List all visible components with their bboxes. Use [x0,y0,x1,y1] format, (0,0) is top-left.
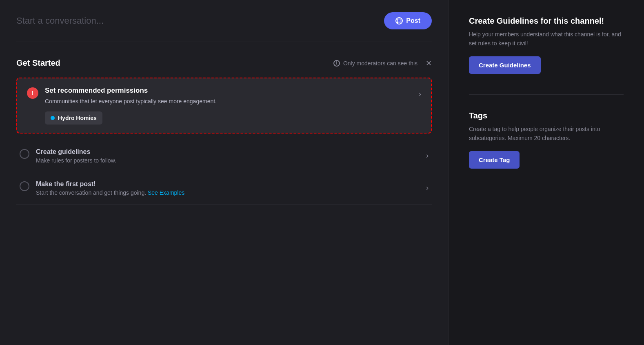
permissions-card-title: Set recommended permissions [45,87,419,95]
guidelines-sidebar-section: Create Guidelines for this channel! Help… [469,16,624,74]
first-post-title: Make the first post! [36,180,184,188]
first-post-chevron-icon: › [426,184,429,192]
channel-dot [51,116,55,120]
guidelines-chevron-icon: › [426,151,429,160]
guidelines-title: Create guidelines [36,148,116,156]
get-started-title: Get Started [16,58,60,68]
tags-sidebar-desc: Create a tag to help people organize the… [469,125,624,143]
first-post-checkbox[interactable] [20,181,29,191]
permissions-card-left: ! Set recommended permissions Communitie… [27,87,419,125]
guidelines-checkbox[interactable] [20,149,29,159]
first-post-item-left: Make the first post! Start the conversat… [20,180,420,196]
moderators-notice: i Only moderators can see this ✕ [333,59,432,68]
close-button[interactable]: ✕ [426,59,432,68]
guidelines-sidebar-title: Create Guidelines for this channel! [469,16,624,26]
create-guidelines-item-left: Create guidelines Make rules for posters… [20,148,420,164]
permissions-card[interactable]: ! Set recommended permissions Communitie… [16,78,432,134]
first-post-content: Make the first post! Start the conversat… [36,180,184,196]
channel-badge: Hydro Homies [45,111,102,125]
info-icon: i [333,60,340,67]
guidelines-sidebar-desc: Help your members understand what this c… [469,30,624,48]
first-post-item[interactable]: Make the first post! Start the conversat… [16,172,432,205]
create-guidelines-button[interactable]: Create Guidelines [469,56,541,74]
chat-icon [395,17,403,24]
guidelines-content: Create guidelines Make rules for posters… [36,148,116,164]
post-button[interactable]: Post [384,12,432,29]
see-examples-link[interactable]: See Examples [148,189,184,196]
guidelines-desc: Make rules for posters to follow. [36,157,116,164]
create-tag-button[interactable]: Create Tag [469,151,520,169]
permissions-card-content: Set recommended permissions Communities … [45,87,419,125]
conversation-placeholder: Start a conversation... [16,16,104,26]
right-sidebar: Create Guidelines for this channel! Help… [448,0,644,345]
tags-sidebar-title: Tags [469,111,624,120]
tags-sidebar-section: Tags Create a tag to help people organiz… [469,111,624,169]
get-started-header: Get Started i Only moderators can see th… [16,58,432,68]
conversation-bar: Start a conversation... Post [16,12,432,42]
chevron-right-icon: › [419,90,421,98]
alert-icon: ! [27,87,38,99]
first-post-desc: Start the conversation and get things go… [36,189,184,196]
get-started-section: Get Started i Only moderators can see th… [16,58,432,205]
section-divider [469,94,624,95]
create-guidelines-item[interactable]: Create guidelines Make rules for posters… [16,140,432,172]
permissions-card-desc: Communities that let everyone post typic… [45,97,419,106]
